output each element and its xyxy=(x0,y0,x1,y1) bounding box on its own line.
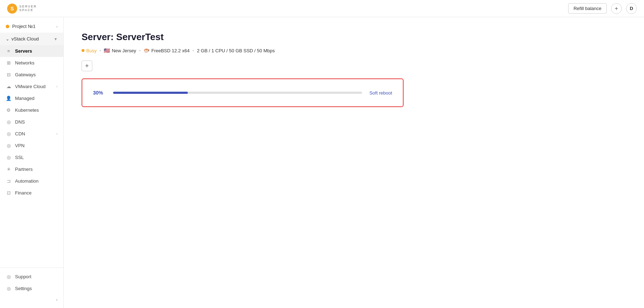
sidebar-item-networks[interactable]: ⊞ Networks xyxy=(0,57,63,69)
partners-icon: ✳ xyxy=(6,167,11,172)
progress-card: 30% Soft reboot xyxy=(82,78,404,107)
sidebar-item-partners[interactable]: ✳ Partners xyxy=(0,163,63,175)
location-item: 🇺🇸 New Jersey xyxy=(104,48,136,53)
sidebar-project[interactable]: Project №1 › xyxy=(0,20,63,33)
sidebar-item-support-label: Support xyxy=(15,274,58,279)
progress-percent-label: 30% xyxy=(93,90,106,96)
separator-3: • xyxy=(192,48,194,53)
collapse-icon: ‹ xyxy=(56,297,58,302)
plus-icon: + xyxy=(85,62,89,70)
status-badge: Busy xyxy=(82,48,97,53)
progress-bar-fill xyxy=(113,92,188,94)
settings-icon: ◎ xyxy=(6,286,11,291)
ssl-icon: ◎ xyxy=(6,155,11,160)
servers-icon: ≡ xyxy=(6,48,11,54)
sidebar-item-ssl-label: SSL xyxy=(15,155,58,160)
gateways-icon: ⊟ xyxy=(6,72,11,77)
specs-label: 2 GB / 1 CPU / 50 GB SSD / 50 Mbps xyxy=(197,48,274,53)
progress-bar xyxy=(113,92,362,94)
networks-icon: ⊞ xyxy=(6,60,11,66)
separator-1: • xyxy=(99,48,101,53)
managed-icon: 👤 xyxy=(6,96,11,101)
cdn-icon: ◎ xyxy=(6,131,11,136)
add-button[interactable]: + xyxy=(611,3,622,14)
sidebar-nav: ≡ Servers ⊞ Networks ⊟ Gateways ☁ VMware… xyxy=(0,45,63,199)
sidebar-item-cdn[interactable]: ◎ CDN ‹ xyxy=(0,128,63,140)
os-item: 🐡 FreeBSD 12.2 x64 xyxy=(143,48,190,53)
automation-icon: ⊐ xyxy=(6,178,11,184)
add-tag-button[interactable]: + xyxy=(82,61,92,71)
finance-icon: ⊡ xyxy=(6,190,11,196)
vpn-icon: ◎ xyxy=(6,143,11,148)
sidebar-item-kubernetes[interactable]: ⚙ Kubernetes xyxy=(0,104,63,116)
server-meta: Busy • 🇺🇸 New Jersey • 🐡 FreeBSD 12.2 x6… xyxy=(82,48,626,53)
logo-text: SERVER SPACE xyxy=(19,5,37,12)
layout: Project №1 › ⌄ vStack Cloud ▼ ≡ Servers … xyxy=(0,17,644,308)
sidebar-vstack-cloud[interactable]: ⌄ vStack Cloud ▼ xyxy=(0,33,63,45)
sidebar-item-servers-label: Servers xyxy=(15,48,58,54)
main-content: Server: ServerTest Busy • 🇺🇸 New Jersey … xyxy=(64,17,644,308)
os-icon: 🐡 xyxy=(143,48,150,53)
status-label: Busy xyxy=(86,48,97,53)
sidebar-item-gateways-label: Gateways xyxy=(15,72,58,77)
sidebar-item-settings[interactable]: ◎ Settings xyxy=(0,283,63,294)
sidebar-item-vpn-label: VPN xyxy=(15,143,58,148)
sidebar-vstack-label: vStack Cloud xyxy=(11,36,39,42)
flag-icon: 🇺🇸 xyxy=(104,48,110,53)
soft-reboot-button[interactable]: Soft reboot xyxy=(369,90,392,96)
sidebar-item-cdn-label: CDN xyxy=(15,131,53,136)
sidebar-item-vpn[interactable]: ◎ VPN xyxy=(0,140,63,151)
kubernetes-icon: ⚙ xyxy=(6,107,11,113)
sidebar-item-finance-label: Finance xyxy=(15,190,58,196)
cdn-arrow-icon: ‹ xyxy=(57,132,58,136)
refill-balance-button[interactable]: Refill balance xyxy=(568,3,607,14)
sidebar-project-label: Project №1 xyxy=(12,24,35,29)
sidebar-item-servers[interactable]: ≡ Servers xyxy=(0,45,63,57)
sidebar-item-automation[interactable]: ⊐ Automation xyxy=(0,175,63,187)
sidebar-item-managed[interactable]: 👤 Managed xyxy=(0,92,63,104)
location-label: New Jersey xyxy=(112,48,136,53)
sidebar-item-vmware[interactable]: ☁ VMware Cloud ‹ xyxy=(0,81,63,92)
page-title: Server: ServerTest xyxy=(82,32,626,43)
user-avatar-button[interactable]: D xyxy=(626,3,637,14)
sidebar-item-dns[interactable]: ◎ DNS xyxy=(0,116,63,128)
status-dot-icon xyxy=(82,49,84,52)
logo-icon: S xyxy=(7,4,17,14)
chevron-right-icon: › xyxy=(56,24,58,29)
dns-icon: ◎ xyxy=(6,119,11,125)
sidebar-item-ssl[interactable]: ◎ SSL xyxy=(0,151,63,163)
sidebar: Project №1 › ⌄ vStack Cloud ▼ ≡ Servers … xyxy=(0,17,64,308)
sidebar-item-managed-label: Managed xyxy=(15,96,58,101)
sidebar-item-gateways[interactable]: ⊟ Gateways xyxy=(0,69,63,81)
sidebar-item-support[interactable]: ◎ Support xyxy=(0,271,63,283)
vmware-icon: ☁ xyxy=(6,84,11,89)
sidebar-item-automation-label: Automation xyxy=(15,178,58,184)
vstack-icon: ⌄ xyxy=(6,37,9,42)
sidebar-collapse-button[interactable]: ‹ xyxy=(0,294,63,305)
sidebar-item-kubernetes-label: Kubernetes xyxy=(15,107,58,113)
support-icon: ◎ xyxy=(6,274,11,279)
header: S SERVER SPACE Refill balance + D xyxy=(0,0,644,17)
separator-2: • xyxy=(139,48,141,53)
os-label: FreeBSD 12.2 x64 xyxy=(151,48,190,53)
vmware-arrow-icon: ‹ xyxy=(57,85,58,88)
sidebar-item-settings-label: Settings xyxy=(15,286,58,291)
chevron-down-icon: ▼ xyxy=(54,37,58,41)
sidebar-bottom: ◎ Support ◎ Settings ‹ xyxy=(0,268,63,308)
sidebar-item-dns-label: DNS xyxy=(15,119,58,125)
logo: S SERVER SPACE xyxy=(7,4,37,14)
sidebar-item-vmware-label: VMware Cloud xyxy=(15,84,53,89)
sidebar-item-partners-label: Partners xyxy=(15,167,58,172)
header-actions: Refill balance + D xyxy=(568,3,637,14)
sidebar-item-networks-label: Networks xyxy=(15,60,58,66)
progress-row: 30% Soft reboot xyxy=(93,90,392,96)
sidebar-item-finance[interactable]: ⊡ Finance xyxy=(0,187,63,199)
project-dot-icon xyxy=(6,25,9,28)
